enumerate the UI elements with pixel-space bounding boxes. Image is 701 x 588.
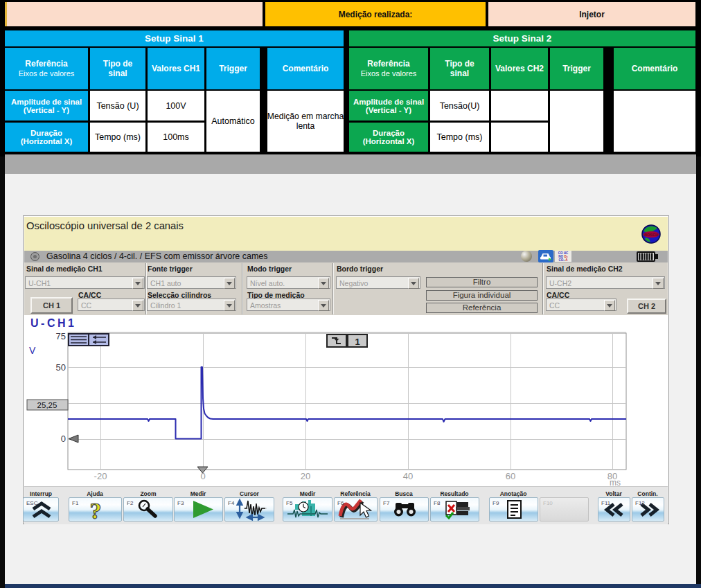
svg-text:0: 0 — [61, 434, 66, 444]
svg-text:50: 50 — [56, 362, 66, 373]
svg-text:0: 0 — [200, 471, 205, 481]
svg-text:75: 75 — [56, 331, 66, 341]
svg-text:25,25: 25,25 — [37, 401, 57, 409]
svg-text:-20: -20 — [94, 471, 107, 481]
svg-text:1: 1 — [355, 337, 360, 347]
svg-text:40: 40 — [403, 471, 413, 481]
svg-text:U-CH1: U-CH1 — [30, 317, 76, 329]
svg-text:ms: ms — [610, 478, 621, 486]
svg-text:60: 60 — [506, 471, 515, 481]
svg-text:?: ? — [90, 498, 102, 521]
svg-text:V: V — [29, 345, 36, 356]
svg-text:BOSCH: BOSCH — [644, 233, 658, 237]
svg-text:20: 20 — [301, 471, 310, 481]
